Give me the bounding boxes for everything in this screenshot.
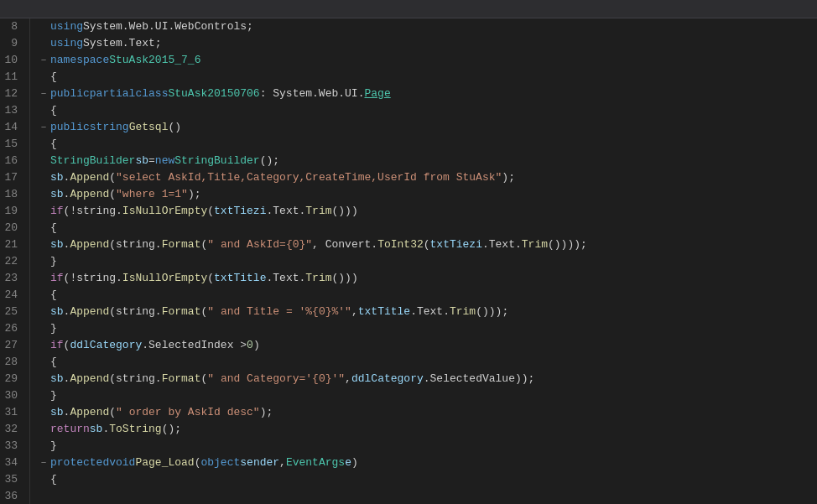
code-editor[interactable]: 8910111213141516171819202122232425262728…: [0, 18, 817, 504]
code-line: if (!string.IsNullOrEmpty(txtTiezi.Text.…: [37, 203, 817, 220]
token-plain: ())));: [548, 236, 587, 253]
token-method: Format: [162, 236, 201, 253]
line-number: 15: [3, 136, 23, 153]
code-line: }: [37, 320, 817, 337]
line-number: 35: [3, 471, 23, 488]
token-plain: System.Web.UI.WebControls;: [83, 18, 253, 35]
code-line: sb.Append(" order by AskId desc");: [37, 404, 817, 421]
token-plain: (!string.: [64, 203, 122, 220]
token-method: Format: [162, 304, 201, 320]
token-param: txtTitle: [358, 304, 410, 320]
token-plain: .: [64, 186, 70, 203]
line-number: 36: [3, 488, 23, 504]
token-kw: namespace: [50, 52, 109, 69]
token-plain: System.Text;: [83, 35, 162, 52]
token-plain: (!string.: [64, 270, 122, 287]
token-plain: {: [50, 102, 57, 119]
token-str: "select AskId,Title,Category,CreateTime,…: [116, 169, 502, 186]
token-kw: partial: [90, 86, 136, 102]
token-str: " and AskId={0}": [207, 236, 312, 253]
token-plain: .Text.: [482, 236, 522, 253]
token-plain: (: [207, 203, 214, 220]
token-kw: public: [50, 119, 90, 136]
line-number: 33: [3, 438, 23, 455]
code-line: sb.Append("where 1=1");: [37, 186, 817, 203]
line-number: 23: [3, 270, 23, 287]
token-plain: (: [207, 270, 214, 287]
line-number: 8: [3, 18, 23, 35]
token-class-name: StringBuilder: [174, 153, 259, 169]
token-plain: (: [64, 337, 70, 354]
fold-marker[interactable]: −: [37, 455, 50, 471]
token-plain: (: [200, 236, 207, 253]
token-plain: }: [50, 387, 57, 404]
fold-marker[interactable]: −: [37, 119, 50, 136]
token-method: Append: [70, 236, 109, 253]
code-line: {: [37, 354, 817, 371]
token-kw: public: [50, 86, 90, 102]
token-method: Trim: [305, 203, 331, 220]
token-param: sb: [50, 304, 64, 320]
token-plain: }: [50, 438, 57, 455]
line-number: 26: [3, 320, 23, 337]
fold-marker[interactable]: −: [37, 86, 50, 102]
line-number: 29: [3, 371, 23, 387]
code-line: {: [37, 69, 817, 86]
code-line: sb.Append(string.Format(" and Category='…: [37, 371, 817, 387]
line-number: 20: [3, 220, 23, 236]
code-line: }: [37, 387, 817, 404]
token-method: Format: [162, 371, 201, 387]
token-plain: .SelectedValue));: [424, 371, 535, 387]
token-str: " and Title = '%{0}%'": [207, 304, 351, 320]
token-kw: void: [109, 455, 135, 471]
token-plain: .: [64, 236, 70, 253]
token-plain: {: [50, 136, 57, 153]
token-param: txtTiezi: [430, 236, 482, 253]
line-number: 25: [3, 304, 23, 320]
code-line: }: [37, 438, 817, 455]
token-kw: class: [135, 86, 168, 102]
token-plain: }: [50, 253, 57, 270]
token-plain: .Text.: [410, 304, 450, 320]
token-plain: (: [109, 186, 116, 203]
line-number: 13: [3, 102, 23, 119]
code-content[interactable]: using System.Web.UI.WebControls;using Sy…: [30, 18, 817, 504]
token-plain: ,: [279, 455, 286, 471]
code-line: {: [37, 102, 817, 119]
token-plain: .Text.: [266, 203, 305, 220]
code-line: {: [37, 471, 817, 488]
code-line: [37, 488, 817, 504]
token-method: Trim: [522, 236, 548, 253]
token-plain: (string.: [109, 371, 161, 387]
line-number: 24: [3, 287, 23, 304]
token-plain: (: [200, 371, 207, 387]
token-kw2: if: [50, 270, 64, 287]
token-method: IsNullOrEmpty: [122, 203, 207, 220]
code-line: }: [37, 253, 817, 270]
token-plain: (: [109, 404, 116, 421]
token-plain: : System.Web.UI.: [260, 86, 365, 102]
token-method: Page_Load: [135, 455, 194, 471]
line-number: 9: [3, 35, 23, 52]
token-param: sb: [135, 153, 148, 169]
code-line: if (ddlCategory.SelectedIndex > 0): [37, 337, 817, 354]
token-kw: object: [200, 455, 240, 471]
token-param: ddlCategory: [351, 371, 424, 387]
token-ns: StuAsk2015_7_6: [109, 52, 200, 69]
token-kw2: if: [50, 337, 64, 354]
line-number: 31: [3, 404, 23, 421]
line-number: 11: [3, 69, 23, 86]
fold-marker[interactable]: −: [37, 52, 50, 69]
line-number: 32: [3, 421, 23, 438]
token-param: sb: [50, 404, 64, 421]
token-param: txtTitle: [214, 270, 266, 287]
token-link: Page: [364, 86, 390, 102]
token-param: sb: [50, 236, 64, 253]
token-kw2: return: [50, 421, 90, 438]
line-number: 12: [3, 86, 23, 102]
token-str: " and Category='{0}'": [207, 371, 345, 387]
line-number: 16: [3, 153, 23, 169]
token-plain: ): [351, 455, 358, 471]
token-plain: {: [50, 354, 57, 371]
token-method: ToString: [109, 421, 161, 438]
